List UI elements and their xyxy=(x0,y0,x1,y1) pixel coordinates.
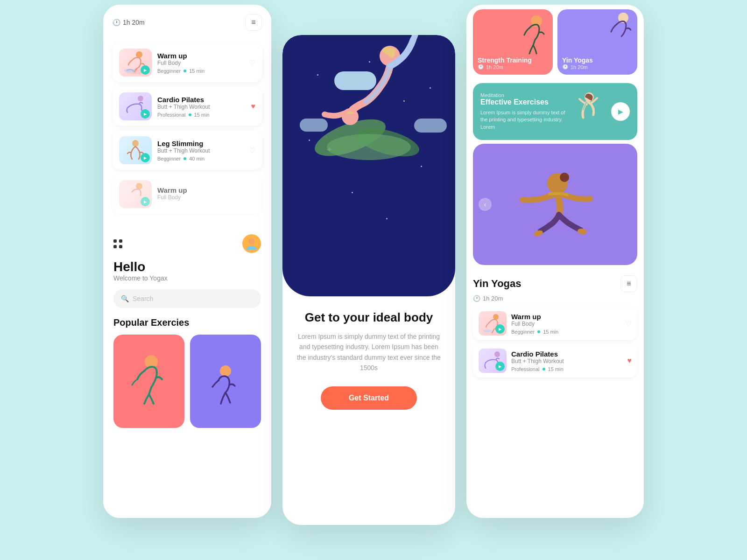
table-row[interactable]: ▶ Warm up Full Body xyxy=(113,175,262,214)
exercise-level: Begginner xyxy=(157,68,181,74)
filter-button[interactable]: ≡ xyxy=(245,14,262,31)
get-started-button[interactable]: Get Started xyxy=(321,386,417,410)
table-row[interactable]: ▶ Warm up Full Body Begginner 15 min ♡ xyxy=(113,43,262,82)
greeting-subtitle: Welcome to Yogax xyxy=(113,274,261,282)
home-header xyxy=(103,223,271,259)
exercise-category: Butt + Thigh Workout xyxy=(157,147,243,154)
play-button[interactable]: ▶ xyxy=(141,153,150,162)
favorite-button[interactable]: ♡ xyxy=(249,146,255,155)
exercise-thumbnail: ▶ xyxy=(119,92,152,120)
greeting-title: Hello xyxy=(113,259,261,274)
exercise-time: 15 min xyxy=(189,68,204,74)
play-button[interactable]: ▶ xyxy=(495,362,505,371)
exercise-info: Warm up Full Body xyxy=(157,186,255,203)
featured-play-button[interactable]: ▶ xyxy=(611,102,630,121)
exercise-level: Professional xyxy=(157,112,186,118)
featured-card[interactable]: Meditation Effective Exercises Lorem Ips… xyxy=(473,83,637,140)
featured-label: Meditation xyxy=(480,92,567,98)
exercise-meta: Begginner 40 min xyxy=(157,156,243,161)
exercise-info: Warm up Full Body Begginner 15 min xyxy=(157,52,243,74)
onboarding-content: Get to your ideal body Lorem Ipsum is si… xyxy=(282,296,455,424)
svg-point-1 xyxy=(136,51,142,58)
featured-text: Meditation Effective Exercises Lorem Ips… xyxy=(480,92,567,131)
top-category-cards: Strength Training 🕐1h 20m Yin Yogas 🕐1h … xyxy=(466,5,644,79)
favorite-button[interactable]: ♥ xyxy=(251,102,256,111)
exercise-name: Leg Slimming xyxy=(157,140,243,147)
exercise-level: Professional xyxy=(511,366,540,372)
exercise-thumbnail: ▶ xyxy=(119,49,152,77)
table-row[interactable]: ▶ Cardio Pilates Butt + Thigh Workout Pr… xyxy=(473,344,637,378)
play-button[interactable]: ▶ xyxy=(141,65,150,75)
avatar[interactable] xyxy=(242,234,261,253)
exercise-thumbnail: ▶ xyxy=(119,180,152,208)
exercise-level: Begginner xyxy=(157,156,181,161)
exercise-thumbnail: ▶ xyxy=(119,136,152,164)
table-row[interactable]: ▶ Cardio Pilates Butt + Thigh Workout Pr… xyxy=(113,87,262,126)
exercise-thumbnail: ▶ xyxy=(479,349,507,373)
exercise-thumbnail: ▶ xyxy=(479,311,507,336)
big-yoga-card[interactable]: ‹ xyxy=(473,144,637,265)
hero-section: ✦ xyxy=(282,35,455,296)
play-button[interactable]: ▶ xyxy=(495,324,505,334)
category-card-yoga[interactable]: Yin Yogas 🕐1h 20m xyxy=(557,9,637,75)
favorite-button[interactable]: ♥ xyxy=(627,357,632,365)
exercise-list: ▶ Warm up Full Body Begginner 15 min ♡ xyxy=(103,43,271,223)
featured-description: Lorem Ipsum is simply dummy text of the … xyxy=(480,109,567,131)
exercise-name: Cardio Pilates xyxy=(511,350,623,358)
dot xyxy=(113,245,117,248)
svg-point-23 xyxy=(483,329,492,332)
category-duration: 🕐1h 20m xyxy=(478,64,548,70)
dot xyxy=(113,239,117,243)
favorite-button[interactable]: ♡ xyxy=(625,319,632,328)
exercise-name: Warm up xyxy=(157,52,243,60)
exercise-info: Cardio Pilates Butt + Thigh Workout Prof… xyxy=(157,96,246,118)
right-phone: Strength Training 🕐1h 20m Yin Yogas 🕐1h … xyxy=(466,5,644,518)
exercise-meta: Professional 15 min xyxy=(511,366,623,372)
right-duration-row: 🕐 1h 20m xyxy=(466,294,644,307)
popular-card-yoga[interactable] xyxy=(190,335,261,428)
exercise-name: Cardio Pilates xyxy=(157,96,246,104)
featured-name: Effective Exercises xyxy=(480,98,567,106)
right-duration: 1h 20m xyxy=(483,295,503,302)
category-card-strength[interactable]: Strength Training 🕐1h 20m xyxy=(473,9,553,75)
chevron-left-icon: ‹ xyxy=(484,201,486,208)
search-placeholder-text: Search xyxy=(133,295,153,302)
search-bar[interactable]: 🔍 Search xyxy=(113,289,261,308)
clock-icon: 🕐 xyxy=(113,19,120,26)
svg-point-5 xyxy=(136,183,142,189)
back-nav-button[interactable]: ‹ xyxy=(479,198,492,211)
exercise-category: Butt + Thigh Workout xyxy=(157,104,246,110)
search-icon: 🔍 xyxy=(121,295,129,302)
category-duration: 🕐1h 20m xyxy=(562,64,633,70)
play-button[interactable]: ▶ xyxy=(141,197,150,206)
table-row[interactable]: ▶ Warm up Full Body Begginner 15 min ♡ xyxy=(473,307,637,340)
exercise-name: Warm up xyxy=(511,313,620,321)
svg-point-22 xyxy=(493,314,499,320)
menu-dots-icon[interactable] xyxy=(113,239,123,248)
exercise-category: Full Body xyxy=(157,60,243,66)
right-exercise-list: ▶ Warm up Full Body Begginner 15 min ♡ xyxy=(466,307,644,378)
svg-point-24 xyxy=(494,351,500,357)
favorite-button[interactable]: ♡ xyxy=(249,58,255,67)
exercise-meta: Begginner 15 min xyxy=(511,329,620,335)
popular-card-strength[interactable] xyxy=(113,335,184,428)
duration-row: 🕐 1h 20m ≡ xyxy=(113,14,262,31)
table-row[interactable]: ▶ Leg Slimming Butt + Thigh Workout Begg… xyxy=(113,131,262,170)
exercise-time: 15 min xyxy=(548,366,564,372)
svg-point-6 xyxy=(248,238,255,245)
popular-section-title: Popular Exercies xyxy=(103,317,271,335)
svg-point-2 xyxy=(124,69,135,72)
exercise-category: Butt + Thigh Workout xyxy=(511,358,623,364)
center-phone: ✦ xyxy=(282,35,455,525)
filter-button[interactable]: ≡ xyxy=(620,275,637,292)
dot-separator xyxy=(543,368,545,371)
filter-icon: ≡ xyxy=(251,18,255,27)
exercise-info: Warm up Full Body Begginner 15 min xyxy=(511,313,620,335)
play-button[interactable]: ▶ xyxy=(141,109,150,119)
exercise-meta: Professional 15 min xyxy=(157,112,246,118)
clock-icon: 🕐 xyxy=(473,295,480,302)
right-main-title: Yin Yogas xyxy=(473,278,521,290)
exercise-meta: Begginner 15 min xyxy=(157,68,243,74)
dot xyxy=(119,239,122,243)
exercise-info: Cardio Pilates Butt + Thigh Workout Prof… xyxy=(511,350,623,372)
